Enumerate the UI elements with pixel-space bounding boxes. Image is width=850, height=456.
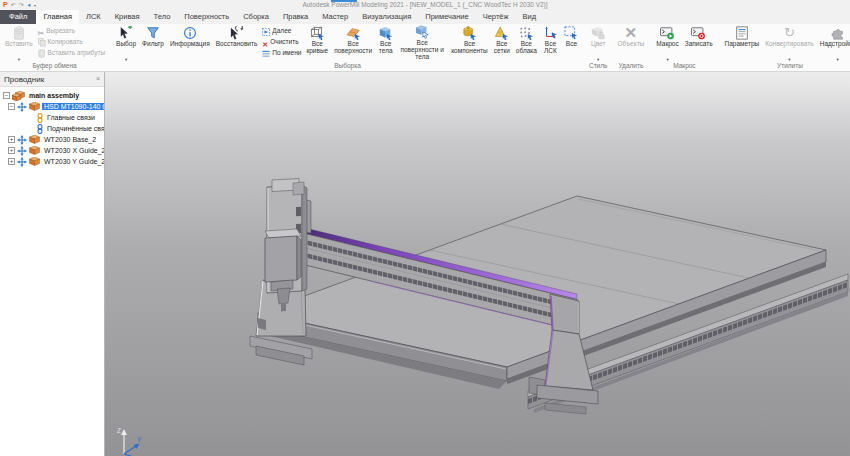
all-clouds-button[interactable]: Все облака [513, 25, 540, 60]
ribbon-tab-bar: Файл Главная ЛСК Кривая Тело Поверхность… [0, 10, 850, 24]
surface-patch-icon [346, 25, 361, 40]
viewport-3d-scene[interactable]: Z Y [105, 72, 850, 456]
move-arrows-icon [17, 157, 27, 167]
tree-item-wt2030-base[interactable]: WT2030 Base_2 [0, 134, 104, 145]
tab-lsk[interactable]: ЛСК [79, 10, 108, 24]
expand-toggle-icon[interactable] [8, 147, 15, 154]
parameters-document-icon [735, 25, 749, 40]
dropdown-caret-icon [788, 47, 790, 52]
tree-item-main-links[interactable]: Главные связи [0, 112, 104, 123]
tab-surface[interactable]: Поверхность [177, 10, 236, 24]
tree-item-wt2030-x-guide[interactable]: WT2030 X Guide_2 [0, 145, 104, 156]
parameters-button[interactable]: Параметры [722, 25, 763, 60]
all-surfaces-button[interactable]: Все поверхности [331, 25, 375, 60]
z-axis-label: Z [117, 427, 121, 434]
collapse-toggle-icon[interactable] [8, 103, 15, 110]
part-box-icon [29, 157, 40, 166]
macro-record-button[interactable]: Записать [682, 25, 716, 60]
paste-button[interactable]: Вставить [2, 25, 36, 60]
workplane-axes-icon [543, 25, 558, 40]
tree-item-subordinate-links[interactable]: Подчинённые связи [0, 123, 104, 134]
part-box-icon [29, 146, 40, 155]
select-button[interactable]: Выбор [113, 25, 139, 60]
restore-cursor-icon [230, 25, 244, 40]
dropdown-caret-icon [597, 47, 599, 52]
dropdown-caret-icon [836, 47, 838, 52]
assembly-boxes-icon [12, 91, 25, 101]
tree-item-main-assembly[interactable]: main assembly [0, 90, 104, 101]
tab-visualization[interactable]: Визуализация [355, 10, 418, 24]
window-title: Autodesk PowerMill Modeling 2021 - [NEW_… [0, 0, 850, 10]
macro-terminal-record-icon [691, 25, 706, 40]
delete-cross-icon [625, 25, 638, 40]
tree-item-wt2030-y-guide[interactable]: WT2030 Y Guide_2 [0, 156, 104, 167]
mesh-cone-icon [494, 25, 509, 40]
tab-body[interactable]: Тело [147, 10, 178, 24]
viewport-3d[interactable]: Z Y [105, 72, 850, 456]
color-cube-lock-icon [591, 25, 605, 40]
part-box-icon [29, 102, 40, 111]
information-button[interactable]: Информация [167, 25, 213, 60]
select-all-button[interactable]: Все [561, 25, 582, 60]
tab-drawing[interactable]: Чертёж [476, 10, 516, 24]
wire-cube-icon [310, 25, 325, 40]
delete-objects-button[interactable]: Объекты [614, 25, 647, 60]
all-solids-button[interactable]: Все тела [375, 25, 396, 60]
macro-button[interactable]: Макрос [653, 25, 681, 60]
collapse-toggle-icon[interactable] [3, 92, 10, 99]
copy-button[interactable]: Копировать [36, 36, 108, 47]
cut-button[interactable]: Вырезать [36, 25, 108, 36]
move-arrows-icon [17, 135, 27, 145]
explorer-title: Проводник [4, 75, 44, 84]
assembly-tree: main assembly HSD MT1090-140 6 КВ Главны… [0, 87, 104, 167]
surface-solid-hand-icon [415, 25, 430, 39]
component-gold-icon [462, 25, 477, 40]
tab-view[interactable]: Вид [516, 10, 544, 24]
by-name-list-icon [262, 44, 270, 62]
title-accent-line [331, 0, 357, 2]
ribbon-group-clipboard: Вставить Вырезать Копировать Вставить ат… [0, 24, 109, 71]
ribbon-group-macro: Макрос Записать Макрос [651, 24, 717, 71]
addins-puzzle-icon [831, 25, 845, 40]
convert-arrows-icon [784, 25, 795, 40]
all-meshes-button[interactable]: Все сетки [491, 25, 513, 60]
all-workplanes-button[interactable]: Все ЛСК [540, 25, 561, 60]
dropdown-caret-icon [18, 47, 20, 52]
addins-button[interactable]: Надстройки [817, 25, 850, 60]
move-arrows-icon [17, 102, 27, 112]
part-box-icon [29, 135, 40, 144]
dashed-selection-icon [564, 25, 579, 40]
filter-button[interactable]: Фильтр [139, 25, 167, 60]
expand-toggle-icon[interactable] [8, 136, 15, 143]
close-icon[interactable]: × [96, 72, 100, 86]
paste-attributes-button[interactable]: Вставить атрибуты [36, 47, 108, 58]
links-yellow-icon [37, 113, 43, 123]
tab-file[interactable]: Файл [0, 10, 36, 24]
convert-button[interactable]: Конвертировать [762, 25, 817, 60]
powermill-window: Autodesk PowerMill Modeling 2021 - [NEW_… [0, 0, 850, 456]
select-cursor-icon [119, 25, 133, 40]
y-axis-label: Y [137, 436, 142, 443]
select-by-name-button[interactable]: По имени [260, 47, 303, 58]
links-blue-icon [37, 124, 43, 134]
tab-curve[interactable]: Кривая [108, 10, 147, 24]
clipboard-paste-icon [12, 25, 26, 40]
macro-terminal-play-icon [660, 25, 675, 40]
tab-master[interactable]: Мастер [315, 10, 355, 24]
tab-edit[interactable]: Правка [276, 10, 315, 24]
tree-item-hsd-spindle[interactable]: HSD MT1090-140 6 КВ [0, 101, 104, 112]
tab-annotation[interactable]: Примечание [418, 10, 475, 24]
all-surfaces-and-solids-button[interactable]: Все поверхности и тела [396, 25, 448, 60]
all-components-button[interactable]: Все компоненты [448, 25, 491, 60]
move-arrows-icon [17, 146, 27, 156]
all-curves-button[interactable]: Все кривые [303, 25, 331, 60]
dropdown-caret-icon [666, 47, 668, 52]
restore-button[interactable]: Восстановить [213, 25, 261, 60]
dropdown-caret-icon [125, 47, 127, 52]
ribbon: Вставить Вырезать Копировать Вставить ат… [0, 24, 850, 72]
point-cloud-icon [519, 25, 534, 40]
color-button[interactable]: Цвет [588, 25, 609, 60]
solid-cube-icon [378, 25, 393, 40]
explorer-panel: Проводник × main assembly HSD MT1090-140… [0, 72, 105, 456]
expand-toggle-icon[interactable] [8, 158, 15, 165]
